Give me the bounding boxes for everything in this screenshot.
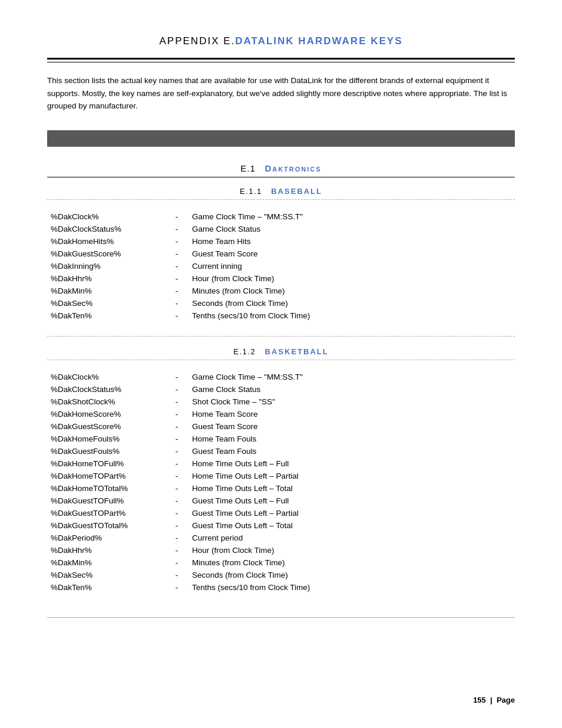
desc-cell: Current period	[189, 532, 515, 544]
key-cell: %DakHomeTOFull%	[47, 457, 165, 470]
dash-cell: -	[165, 371, 189, 383]
dash-cell: -	[165, 272, 189, 285]
desc-cell: Guest Time Outs Left – Full	[189, 495, 515, 507]
desc-cell: Hour (from Clock Time)	[189, 544, 515, 556]
desc-cell: Home Time Outs Left – Partial	[189, 470, 515, 482]
key-cell: %DakGuestScore%	[47, 248, 165, 260]
desc-cell: Shot Clock Time – "SS"	[189, 396, 515, 408]
subsection-e11-rule	[47, 199, 515, 200]
key-cell: %DakMin%	[47, 556, 165, 569]
desc-cell: Game Clock Time – "MM:SS.T"	[189, 371, 515, 383]
page-title: APPENDIX E.DATALINK HARDWARE KEYS	[47, 35, 515, 47]
dash-cell: -	[165, 569, 189, 581]
key-cell: %DakClock%	[47, 371, 165, 383]
desc-cell: Seconds (from Clock Time)	[189, 569, 515, 581]
dash-cell: -	[165, 457, 189, 470]
table-row: %DakTen% - Tenths (secs/10 from Clock Ti…	[47, 309, 515, 322]
key-cell: %DakGuestFouls%	[47, 445, 165, 457]
footer-rule	[47, 617, 515, 618]
desc-cell: Minutes (from Clock Time)	[189, 285, 515, 297]
desc-cell: Game Clock Time – "MM:SS.T"	[189, 210, 515, 223]
table-row: %DakSec% - Seconds (from Clock Time)	[47, 297, 515, 309]
dash-cell: -	[165, 507, 189, 519]
section-e1-label: E.1	[240, 163, 256, 173]
dash-cell: -	[165, 556, 189, 569]
page-number: 155	[473, 696, 486, 704]
subsection-e12-label: E.1.2	[233, 347, 256, 356]
key-cell: %DakGuestTOTotal%	[47, 519, 165, 532]
key-cell: %DakClockStatus%	[47, 223, 165, 235]
table-row: %DakGuestScore% - Guest Team Score	[47, 420, 515, 433]
subsection-e11-title: E.1.1 Baseball	[47, 187, 515, 196]
dash-cell: -	[165, 482, 189, 495]
dash-cell: -	[165, 223, 189, 235]
table-row: %DakShotClock% - Shot Clock Time – "SS"	[47, 396, 515, 408]
dash-cell: -	[165, 420, 189, 433]
key-cell: %DakClock%	[47, 210, 165, 223]
key-cell: %DakHomeTOTotal%	[47, 482, 165, 495]
title-prefix: APPENDIX E.	[160, 35, 236, 47]
title-rule-thick	[47, 58, 515, 60]
key-cell: %DakHomeScore%	[47, 408, 165, 420]
table-row: %DakHhr% - Hour (from Clock Time)	[47, 544, 515, 556]
key-cell: %DakPeriod%	[47, 532, 165, 544]
dash-cell: -	[165, 495, 189, 507]
desc-cell: Guest Time Outs Left – Total	[189, 519, 515, 532]
table-row: %DakPeriod% - Current period	[47, 532, 515, 544]
dash-cell: -	[165, 532, 189, 544]
dash-cell: -	[165, 581, 189, 594]
desc-cell: Minutes (from Clock Time)	[189, 556, 515, 569]
dash-cell: -	[165, 396, 189, 408]
key-cell: %DakHhr%	[47, 544, 165, 556]
table-row: %DakInning% - Current inning	[47, 260, 515, 272]
dash-cell: -	[165, 260, 189, 272]
dash-cell: -	[165, 235, 189, 248]
section-e1-title: E.1 Daktronics	[47, 163, 515, 173]
key-cell: %DakClockStatus%	[47, 383, 165, 396]
basketball-table: %DakClock% - Game Clock Time – "MM:SS.T"…	[47, 371, 515, 594]
key-cell: %DakGuestTOPart%	[47, 507, 165, 519]
dash-cell: -	[165, 433, 189, 445]
table-row: %DakHhr% - Hour (from Clock Time)	[47, 272, 515, 285]
desc-cell: Home Team Score	[189, 408, 515, 420]
intro-paragraph: This section lists the actual key names …	[47, 74, 515, 113]
desc-cell: Seconds (from Clock Time)	[189, 297, 515, 309]
table-row: %DakClockStatus% - Game Clock Status	[47, 383, 515, 396]
table-row: %DakGuestScore% - Guest Team Score	[47, 248, 515, 260]
subsection-e12-top-rule	[47, 336, 515, 337]
desc-cell: Game Clock Status	[189, 383, 515, 396]
key-cell: %DakHhr%	[47, 272, 165, 285]
desc-cell: Guest Team Fouls	[189, 445, 515, 457]
table-row: %DakSec% - Seconds (from Clock Time)	[47, 569, 515, 581]
key-cell: %DakHomeFouls%	[47, 433, 165, 445]
desc-cell: Home Team Fouls	[189, 433, 515, 445]
desc-cell: Current inning	[189, 260, 515, 272]
dash-cell: -	[165, 309, 189, 322]
page-footer: 155 | Page	[473, 696, 515, 704]
dash-cell: -	[165, 383, 189, 396]
subsection-e12-rule	[47, 360, 515, 360]
key-cell: %DakSec%	[47, 297, 165, 309]
table-row: %DakClockStatus% - Game Clock Status	[47, 223, 515, 235]
key-cell: %DakSec%	[47, 569, 165, 581]
key-cell: %DakGuestScore%	[47, 420, 165, 433]
section-e1-rule	[47, 177, 515, 177]
key-cell: %DakHomeHits%	[47, 235, 165, 248]
key-cell: %DakGuestTOFull%	[47, 495, 165, 507]
desc-cell: Home Team Hits	[189, 235, 515, 248]
table-row: %DakHomeTOFull% - Home Time Outs Left – …	[47, 457, 515, 470]
table-row: %DakHomeTOTotal% - Home Time Outs Left –…	[47, 482, 515, 495]
key-cell: %DakShotClock%	[47, 396, 165, 408]
desc-cell: Home Time Outs Left – Total	[189, 482, 515, 495]
desc-cell: Tenths (secs/10 from Clock Time)	[189, 581, 515, 594]
dash-cell: -	[165, 408, 189, 420]
desc-cell: Guest Time Outs Left – Partial	[189, 507, 515, 519]
title-rule-thin	[47, 62, 515, 62]
table-row: %DakMin% - Minutes (from Clock Time)	[47, 285, 515, 297]
page-label: Page	[497, 696, 515, 704]
table-row: %DakHomeScore% - Home Team Score	[47, 408, 515, 420]
subsection-e11-name: Baseball	[271, 187, 322, 196]
dash-cell: -	[165, 210, 189, 223]
dash-cell: -	[165, 445, 189, 457]
table-row: %DakGuestTOFull% - Guest Time Outs Left …	[47, 495, 515, 507]
